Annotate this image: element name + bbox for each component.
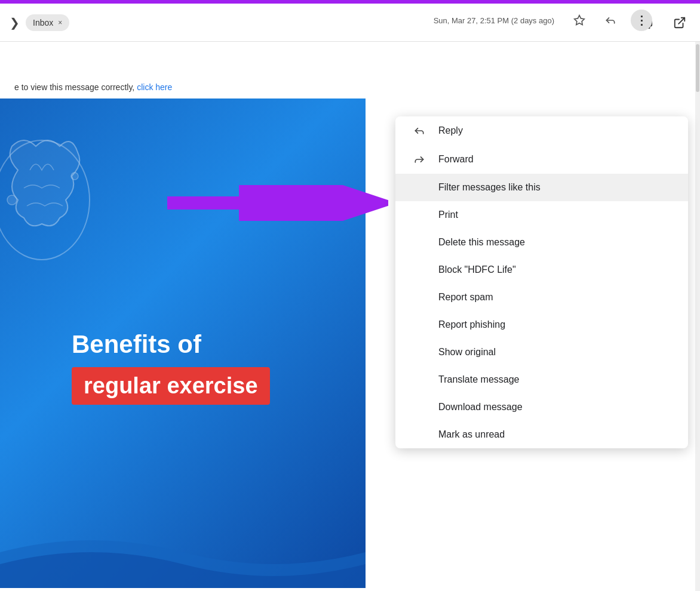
purple-arrow <box>167 185 388 221</box>
svg-marker-2 <box>575 16 585 25</box>
email-meta: Sun, Mar 27, 2:51 PM (2 days ago) ⋮ <box>0 0 700 41</box>
menu-item-block[interactable]: Block "HDFC Life" <box>395 256 688 284</box>
forward-menu-icon <box>412 153 426 165</box>
click-here-link[interactable]: click here <box>137 82 172 92</box>
menu-label-show-original: Show original <box>438 347 496 358</box>
menu-item-mark-unread[interactable]: Mark as unread <box>395 421 688 448</box>
menu-item-download[interactable]: Download message <box>395 393 688 421</box>
menu-item-forward[interactable]: Forward <box>395 145 688 174</box>
email-date: Sun, Mar 27, 2:51 PM (2 days ago) <box>434 16 554 25</box>
reply-icon <box>604 14 616 26</box>
menu-item-report-phishing[interactable]: Report phishing <box>395 311 688 338</box>
kebab-icon: ⋮ <box>635 13 648 27</box>
scrollbar[interactable] <box>695 42 700 591</box>
email-image-area: Benefits of regular exercise <box>0 98 366 588</box>
menu-label-forward: Forward <box>438 154 474 165</box>
benefits-heading: Benefits of <box>72 330 270 359</box>
svg-point-5 <box>71 173 78 180</box>
reply-menu-icon <box>412 125 426 137</box>
menu-item-filter[interactable]: Filter messages like this <box>395 174 688 201</box>
dropdown-menu: Reply Forward Filter messages like this … <box>395 116 688 448</box>
star-icon <box>573 14 585 26</box>
exercise-badge: regular exercise <box>72 367 270 405</box>
menu-label-download: Download message <box>438 402 523 413</box>
menu-label-filter: Filter messages like this <box>438 182 541 193</box>
email-body-partial: e to view this message correctly, click … <box>0 78 186 97</box>
brain-decoration <box>0 122 113 280</box>
menu-item-delete[interactable]: Delete this message <box>395 229 688 256</box>
menu-item-report-spam[interactable]: Report spam <box>395 284 688 311</box>
svg-point-4 <box>7 195 17 205</box>
menu-label-print: Print <box>438 210 458 220</box>
wave-decoration <box>0 516 366 588</box>
menu-item-show-original[interactable]: Show original <box>395 338 688 366</box>
menu-label-translate: Translate message <box>438 374 519 385</box>
menu-label-reply: Reply <box>438 125 463 136</box>
menu-label-report-spam: Report spam <box>438 292 493 303</box>
menu-item-print[interactable]: Print <box>395 201 688 229</box>
menu-label-block: Block "HDFC Life" <box>438 264 516 275</box>
more-options-button[interactable]: ⋮ <box>631 10 652 31</box>
menu-item-translate[interactable]: Translate message <box>395 366 688 393</box>
body-text: e to view this message correctly, <box>14 82 134 92</box>
scrollbar-thumb[interactable] <box>696 44 699 92</box>
menu-label-delete: Delete this message <box>438 237 525 248</box>
menu-label-report-phishing: Report phishing <box>438 319 505 330</box>
star-button[interactable] <box>569 10 590 31</box>
menu-item-reply[interactable]: Reply <box>395 116 688 145</box>
menu-label-mark-unread: Mark as unread <box>438 429 505 440</box>
reply-button[interactable] <box>600 10 621 31</box>
